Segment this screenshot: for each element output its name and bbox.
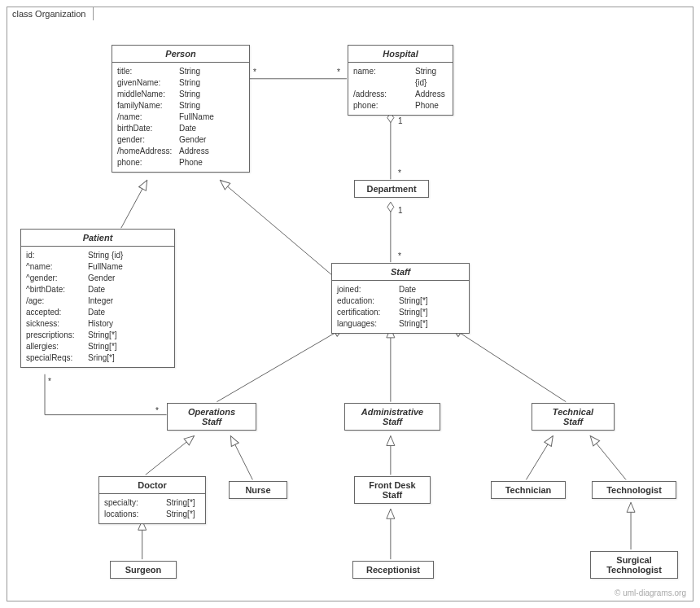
mult-person-hospital-left: * <box>253 68 256 77</box>
attribute-row: /name:FullName <box>117 112 244 123</box>
attribute-name: givenName: <box>117 77 176 89</box>
watermark: © uml-diagrams.org <box>615 588 686 597</box>
class-patient: Patient id:String {id}^name:FullName^gen… <box>20 229 175 368</box>
attribute-type: Gender <box>85 273 169 284</box>
attribute-type: History <box>85 318 169 330</box>
attribute-type: String <box>176 77 244 89</box>
attribute-name: /address: <box>353 89 412 100</box>
attribute-row: familyName:String <box>117 100 244 112</box>
class-attrs: name:String {id}/address:Addressphone:Ph… <box>348 63 453 115</box>
attribute-row: ^gender:Gender <box>26 273 169 284</box>
attribute-name: languages: <box>337 318 396 330</box>
attribute-type: Address <box>412 89 448 100</box>
class-name: Surgical Technologist <box>591 552 677 578</box>
attribute-row: joined:Date <box>337 284 464 295</box>
attribute-type: String {id} <box>412 66 448 89</box>
class-name: Staff <box>332 264 469 281</box>
frame-label-text: class Organization <box>12 9 86 19</box>
svg-line-4 <box>220 180 332 275</box>
attribute-row: education:String[*] <box>337 295 464 307</box>
attribute-name: /name: <box>117 112 176 123</box>
class-attrs: specialty:String[*]locations:String[*] <box>99 494 205 523</box>
attribute-name: accepted: <box>26 307 85 318</box>
attribute-row: gender:Gender <box>117 134 244 146</box>
attribute-row: ^name:FullName <box>26 261 169 273</box>
class-operations-staff: Operations Staff <box>167 403 256 431</box>
class-doctor: Doctor specialty:String[*]locations:Stri… <box>98 476 206 524</box>
attribute-type: FullName <box>176 112 244 123</box>
attribute-type: String[*] <box>396 307 464 318</box>
attribute-type: String[*] <box>396 318 464 330</box>
diagram-frame: class Organization <box>7 7 693 601</box>
class-name: Department <box>355 181 428 197</box>
attribute-name: ^name: <box>26 261 85 273</box>
attribute-row: /age:Integer <box>26 295 169 307</box>
svg-line-9 <box>230 436 252 480</box>
class-department: Department <box>354 180 429 198</box>
attribute-row: specialReqs:Sring[*] <box>26 352 169 364</box>
svg-line-5 <box>217 328 343 402</box>
attribute-row: name:String {id} <box>353 66 448 89</box>
attribute-name: name: <box>353 66 412 89</box>
attribute-type: Integer <box>85 295 169 307</box>
attribute-name: /homeAddress: <box>117 146 176 157</box>
attribute-type: Date <box>396 284 464 295</box>
attribute-row: phone:Phone <box>353 100 448 112</box>
mult-hospital-dept-top: 1 <box>398 116 403 125</box>
svg-line-7 <box>453 328 567 402</box>
attribute-name: specialReqs: <box>26 352 85 364</box>
class-name: Doctor <box>99 477 205 494</box>
class-name: Person <box>112 46 249 63</box>
mult-dept-staff-top: 1 <box>398 206 403 215</box>
class-nurse: Nurse <box>229 481 287 499</box>
svg-line-3 <box>121 180 147 228</box>
attribute-name: ^birthDate: <box>26 284 85 295</box>
frame-label: class Organization <box>7 7 94 20</box>
attribute-name: locations: <box>104 509 163 520</box>
attribute-name: ^gender: <box>26 273 85 284</box>
attribute-type: Gender <box>176 134 244 146</box>
attribute-name: education: <box>337 295 396 307</box>
attribute-name: phone: <box>117 157 176 168</box>
attribute-name: specialty: <box>104 497 163 509</box>
class-surgeon: Surgeon <box>110 561 177 579</box>
mult-patient-ops-left: * <box>48 377 51 386</box>
attribute-row: /address:Address <box>353 89 448 100</box>
attribute-row: languages:String[*] <box>337 318 464 330</box>
attribute-row: ^birthDate:Date <box>26 284 169 295</box>
svg-line-12 <box>590 436 626 480</box>
svg-line-11 <box>526 436 553 480</box>
attribute-name: title: <box>117 66 176 77</box>
attribute-row: /homeAddress:Address <box>117 146 244 157</box>
attribute-type: String[*] <box>85 341 169 352</box>
attribute-type: String <box>176 66 244 77</box>
mult-hospital-dept-bottom: * <box>398 168 401 177</box>
attribute-type: String <box>176 100 244 112</box>
class-name: Technician <box>492 482 565 498</box>
class-front-desk-staff: Front Desk Staff <box>354 476 431 504</box>
class-hospital: Hospital name:String {id}/address:Addres… <box>348 45 453 116</box>
attribute-type: Phone <box>412 100 448 112</box>
attribute-row: locations:String[*] <box>104 509 200 520</box>
attribute-row: certification:String[*] <box>337 307 464 318</box>
attribute-type: String[*] <box>163 497 200 509</box>
attribute-type: String[*] <box>396 295 464 307</box>
class-surgical-technologist: Surgical Technologist <box>590 551 678 579</box>
class-technical-staff: Technical Staff <box>532 403 615 431</box>
class-name: Operations Staff <box>168 404 256 430</box>
attribute-row: birthDate:Date <box>117 123 244 134</box>
mult-dept-staff-bottom: * <box>398 252 401 260</box>
class-receptionist: Receptionist <box>352 561 434 579</box>
attribute-row: id:String {id} <box>26 250 169 261</box>
attribute-row: sickness:History <box>26 318 169 330</box>
attribute-name: familyName: <box>117 100 176 112</box>
attribute-row: allergies:String[*] <box>26 341 169 352</box>
class-attrs: title:StringgivenName:StringmiddleName:S… <box>112 63 249 172</box>
attribute-type: String <box>176 89 244 100</box>
attribute-name: joined: <box>337 284 396 295</box>
attribute-name: allergies: <box>26 341 85 352</box>
attribute-type: Date <box>85 307 169 318</box>
class-name: Surgeon <box>111 562 176 578</box>
class-name: Receptionist <box>353 562 433 578</box>
class-person: Person title:StringgivenName:Stringmiddl… <box>112 45 250 173</box>
